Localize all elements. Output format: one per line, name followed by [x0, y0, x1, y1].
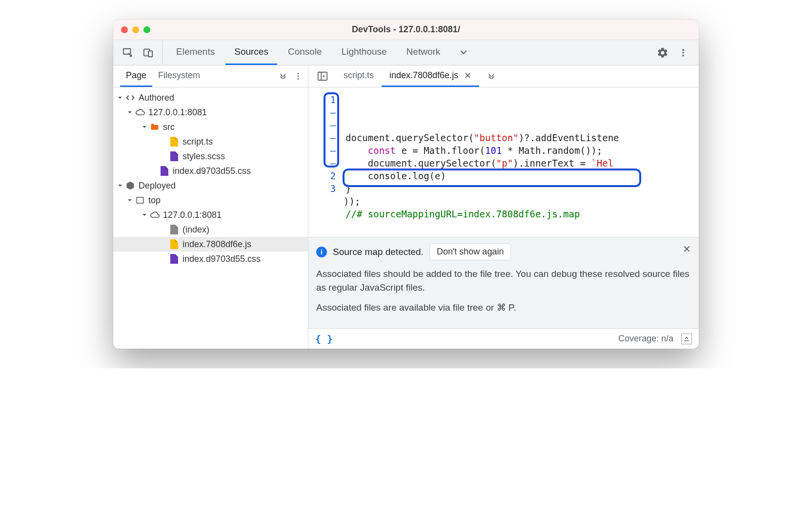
- file-icon: [169, 151, 180, 162]
- nav-tab-filesystem[interactable]: Filesystem: [152, 65, 206, 87]
- svg-point-5: [682, 55, 684, 57]
- frame-icon: [135, 195, 145, 206]
- tree-host-authored[interactable]: 127.0.0.1:8081: [113, 105, 308, 120]
- tree-label: src: [163, 122, 175, 132]
- main-tab-console[interactable]: Console: [279, 40, 331, 65]
- file-icon: [169, 224, 180, 235]
- infobar-body-1: Associated files should be added to the …: [316, 267, 691, 294]
- editor-tabs-overflow[interactable]: [482, 65, 501, 87]
- file-icon: [169, 136, 180, 147]
- tree-file[interactable]: styles.scss: [113, 149, 308, 164]
- tree-label: Authored: [139, 93, 174, 103]
- tree-label: 127.0.0.1:8081: [148, 107, 207, 118]
- tree-deployed[interactable]: Deployed: [113, 178, 308, 193]
- tree-file[interactable]: script.ts: [113, 134, 308, 149]
- infobar-body-2: Associated files are available via file …: [316, 301, 691, 315]
- editor-tabs: script.tsindex.7808df6e.js✕: [308, 65, 699, 87]
- cloud-icon: [135, 107, 145, 118]
- devtools-window: DevTools - 127.0.0.1:8081/ ElementsSourc…: [113, 20, 699, 349]
- maximize-window-button[interactable]: [143, 26, 150, 33]
- toggle-navigator-icon[interactable]: [312, 65, 333, 87]
- tree-label: script.ts: [183, 137, 213, 147]
- tree-file[interactable]: index.7808df6e.js: [113, 237, 308, 252]
- svg-point-3: [682, 49, 684, 51]
- tree-file[interactable]: index.d9703d55.css: [113, 164, 308, 178]
- svg-rect-2: [148, 51, 152, 57]
- navigator-kebab-icon[interactable]: [292, 70, 304, 82]
- tree-label: styles.scss: [183, 151, 225, 162]
- twisty-icon: [126, 196, 134, 204]
- cloud-icon: [149, 210, 160, 220]
- tree-host-deployed[interactable]: 127.0.0.1:8081: [113, 208, 308, 222]
- dont-show-again-button[interactable]: Don't show again: [429, 243, 511, 260]
- toolbar-left: [113, 40, 162, 65]
- editor-tab[interactable]: index.7808df6e.js✕: [382, 65, 479, 87]
- traffic-lights: [121, 26, 150, 33]
- main-tabs: ElementsSourcesConsoleLighthouseNetwork: [162, 40, 454, 65]
- infobar-close-icon[interactable]: ✕: [683, 243, 691, 255]
- settings-icon[interactable]: [657, 47, 669, 59]
- code-area[interactable]: 1–––––23 document.querySelector("button"…: [308, 87, 699, 237]
- file-icon: [159, 166, 170, 176]
- line-number[interactable]: 2: [308, 169, 336, 182]
- twisty-icon: [141, 211, 148, 219]
- svg-point-6: [298, 73, 299, 74]
- line-gutter[interactable]: 1–––––23: [308, 87, 341, 237]
- main-tab-elements[interactable]: Elements: [167, 40, 223, 65]
- tree-label: index.d9703d55.css: [183, 254, 261, 264]
- svg-rect-9: [137, 197, 143, 203]
- twisty-icon: [141, 123, 148, 131]
- main-tab-sources[interactable]: Sources: [225, 40, 277, 65]
- main-tabs-overflow[interactable]: [454, 40, 473, 65]
- main-tab-lighthouse[interactable]: Lighthouse: [333, 40, 396, 65]
- close-window-button[interactable]: [121, 26, 128, 33]
- tree-frame-top[interactable]: top: [113, 193, 308, 208]
- coverage-label: Coverage: n/a: [618, 334, 673, 344]
- svg-point-8: [298, 78, 299, 80]
- main-toolbar: ElementsSourcesConsoleLighthouseNetwork: [113, 40, 699, 65]
- window-title: DevTools - 127.0.0.1:8081/: [113, 24, 699, 35]
- editor-pane: script.tsindex.7808df6e.js✕ 1–––––23 doc…: [308, 65, 699, 349]
- infobar-title: Source map detected.: [333, 247, 424, 257]
- cube-icon: [125, 180, 136, 191]
- twisty-icon: [116, 94, 124, 102]
- tree-folder-src[interactable]: src: [113, 120, 308, 134]
- code-icon: [125, 92, 136, 103]
- kebab-menu-icon[interactable]: [677, 47, 689, 59]
- svg-point-4: [682, 52, 684, 54]
- content: PageFilesystem Authored127.0: [113, 65, 699, 349]
- tree-file[interactable]: index.d9703d55.css: [113, 252, 308, 266]
- tree-label: index.d9703d55.css: [173, 166, 251, 176]
- tree-label: index.7808df6e.js: [183, 239, 251, 250]
- tree-label: (index): [183, 225, 209, 235]
- navigator-overflow-icon[interactable]: [279, 72, 287, 81]
- file-icon: [169, 239, 180, 250]
- minimize-window-button[interactable]: [132, 26, 139, 33]
- main-tab-network[interactable]: Network: [398, 40, 449, 65]
- editor-statusbar: { } Coverage: n/a: [308, 328, 699, 349]
- file-icon: [169, 253, 180, 264]
- code-text[interactable]: document.querySelector("button")?.addEve…: [341, 87, 699, 237]
- svg-point-7: [298, 76, 299, 77]
- navigator-tabs: PageFilesystem: [113, 65, 308, 87]
- close-tab-icon[interactable]: ✕: [463, 70, 471, 81]
- twisty-icon: [126, 108, 134, 116]
- tree-label: top: [148, 195, 161, 206]
- annotation-box-sourcemap: [343, 169, 641, 187]
- editor-tab[interactable]: script.ts: [336, 65, 382, 87]
- nav-tab-page[interactable]: Page: [120, 65, 152, 87]
- device-toolbar-icon[interactable]: [142, 47, 154, 59]
- tree-label: Deployed: [139, 181, 176, 191]
- sourcemap-infobar: i Source map detected. Don't show again …: [308, 237, 699, 328]
- folder-icon: [149, 122, 160, 132]
- svg-rect-0: [123, 48, 131, 54]
- show-drawer-icon[interactable]: [681, 334, 692, 344]
- inspect-element-icon[interactable]: [122, 47, 134, 59]
- tree-authored[interactable]: Authored: [113, 90, 308, 105]
- sources-sidebar: PageFilesystem Authored127.0: [113, 65, 308, 349]
- tree-label: 127.0.0.1:8081: [163, 210, 222, 220]
- line-number[interactable]: 3: [308, 182, 336, 195]
- tree-file[interactable]: (index): [113, 222, 308, 237]
- twisty-icon: [116, 182, 124, 190]
- pretty-print-icon[interactable]: { }: [315, 333, 333, 345]
